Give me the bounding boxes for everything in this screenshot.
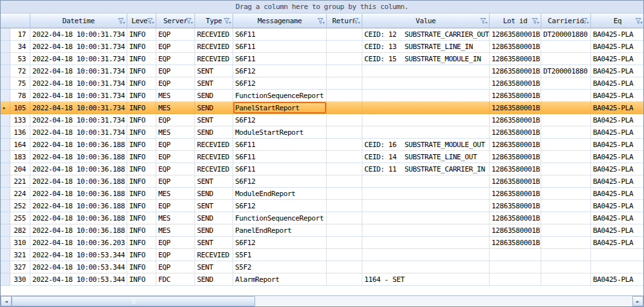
horizontal-scrollbar[interactable]: ◄ ►: [1, 295, 643, 306]
cell-value[interactable]: CEID: 13 SUBSTRATE_LINE_IN: [362, 41, 490, 53]
cell-server[interactable]: EQP: [156, 237, 195, 249]
cell-carrierid[interactable]: [541, 126, 591, 139]
cell-carrierid[interactable]: [541, 237, 591, 249]
cell-level[interactable]: INFO: [127, 114, 156, 126]
cell-id[interactable]: 224: [10, 188, 30, 200]
table-row[interactable]: 2552022-04-18 10:00:36.188INFOMESSENDFun…: [1, 212, 643, 224]
filter-icon[interactable]: [581, 17, 589, 25]
cell-datetime[interactable]: 2022-04-18 10:00:53.344: [30, 273, 127, 286]
cell-server[interactable]: FDC: [156, 273, 195, 286]
table-row[interactable]: 172022-04-18 10:00:31.734INFOEQPRECEVIED…: [1, 28, 643, 41]
scroll-right-button[interactable]: ►: [632, 296, 643, 306]
cell-id[interactable]: 75: [10, 77, 30, 90]
cell-type[interactable]: SENT: [195, 175, 233, 188]
cell-return[interactable]: [327, 102, 362, 114]
cell-server[interactable]: EQP: [156, 28, 195, 41]
cell-datetime[interactable]: 2022-04-18 10:00:31.734: [30, 102, 127, 114]
cell-return[interactable]: [327, 200, 362, 212]
cell-lotid[interactable]: 12863580001B: [490, 41, 541, 53]
cell-messagename[interactable]: S5F1: [233, 249, 327, 261]
column-header-eqpid[interactable]: Eq: [591, 14, 644, 28]
cell-server[interactable]: EQP: [156, 65, 195, 77]
cell-level[interactable]: INFO: [127, 200, 156, 212]
cell-messagename[interactable]: FunctionSequenceReport: [233, 90, 327, 102]
table-row[interactable]: 1362022-04-18 10:00:31.734INFOMESSENDMod…: [1, 126, 643, 139]
cell-value[interactable]: [362, 224, 490, 237]
cell-value[interactable]: CEID: 16 SUBSTRATE_MODULE_OUT: [362, 139, 490, 151]
cell-datetime[interactable]: 2022-04-18 10:00:31.734: [30, 126, 127, 139]
cell-eqpid[interactable]: [591, 249, 644, 261]
cell-messagename[interactable]: S6F12: [233, 175, 327, 188]
cell-server[interactable]: EQP: [156, 41, 195, 53]
cell-id[interactable]: 252: [10, 200, 30, 212]
cell-id[interactable]: 34: [10, 41, 30, 53]
cell-datetime[interactable]: 2022-04-18 10:00:31.734: [30, 90, 127, 102]
cell-eqpid[interactable]: BA0425-PLA: [591, 139, 644, 151]
cell-type[interactable]: RECEVIED: [195, 41, 233, 53]
cell-eqpid[interactable]: BA0425-PLA: [591, 237, 644, 249]
cell-id[interactable]: 136: [10, 126, 30, 139]
cell-messagename[interactable]: S5F2: [233, 261, 327, 273]
table-row[interactable]: 3302022-04-18 10:00:53.344INFOFDCSENDAla…: [1, 273, 643, 286]
cell-lotid[interactable]: [490, 249, 541, 261]
cell-datetime[interactable]: 2022-04-18 10:00:36.188: [30, 163, 127, 175]
cell-datetime[interactable]: 2022-04-18 10:00:36.188: [30, 139, 127, 151]
table-row[interactable]: 3102022-04-18 10:00:36.203INFOEQPSENTS6F…: [1, 237, 643, 249]
cell-level[interactable]: INFO: [127, 151, 156, 163]
table-row[interactable]: ▸1052022-04-18 10:00:31.734INFOMESSENDPa…: [1, 102, 643, 114]
cell-carrierid[interactable]: [541, 200, 591, 212]
cell-type[interactable]: RECEVIED: [195, 249, 233, 261]
cell-return[interactable]: [327, 90, 362, 102]
cell-type[interactable]: SEND: [195, 212, 233, 224]
cell-return[interactable]: [327, 212, 362, 224]
cell-id[interactable]: 78: [10, 90, 30, 102]
cell-id[interactable]: 282: [10, 224, 30, 237]
cell-id[interactable]: 255: [10, 212, 30, 224]
cell-datetime[interactable]: 2022-04-18 10:00:53.344: [30, 261, 127, 273]
cell-id[interactable]: 183: [10, 151, 30, 163]
cell-return[interactable]: [327, 261, 362, 273]
cell-server[interactable]: EQP: [156, 249, 195, 261]
cell-value[interactable]: [362, 188, 490, 200]
cell-carrierid[interactable]: [541, 102, 591, 114]
cell-value[interactable]: [362, 65, 490, 77]
cell-server[interactable]: EQP: [156, 200, 195, 212]
cell-level[interactable]: INFO: [127, 102, 156, 114]
cell-level[interactable]: INFO: [127, 90, 156, 102]
cell-value[interactable]: [362, 200, 490, 212]
cell-carrierid[interactable]: [541, 175, 591, 188]
cell-type[interactable]: SEND: [195, 126, 233, 139]
column-header-id[interactable]: [1, 14, 30, 28]
cell-lotid[interactable]: 12863580001B: [490, 237, 541, 249]
cell-type[interactable]: SEND: [195, 273, 233, 286]
cell-value[interactable]: [362, 114, 490, 126]
cell-level[interactable]: INFO: [127, 237, 156, 249]
cell-type[interactable]: RECEVIED: [195, 28, 233, 41]
cell-carrierid[interactable]: [541, 212, 591, 224]
cell-datetime[interactable]: 2022-04-18 10:00:31.734: [30, 28, 127, 41]
cell-messagename[interactable]: PanelStartReport: [233, 102, 327, 114]
column-header-return[interactable]: Return: [327, 14, 362, 28]
table-row[interactable]: 342022-04-18 10:00:31.734INFOEQPRECEVIED…: [1, 41, 643, 53]
cell-lotid[interactable]: 12863580001B: [490, 163, 541, 175]
cell-level[interactable]: INFO: [127, 77, 156, 90]
cell-level[interactable]: INFO: [127, 273, 156, 286]
column-header-messagename[interactable]: Messagename: [233, 14, 327, 28]
cell-return[interactable]: [327, 237, 362, 249]
group-by-panel[interactable]: Drag a column here to group by this colu…: [1, 1, 643, 14]
cell-carrierid[interactable]: [541, 261, 591, 273]
cell-datetime[interactable]: 2022-04-18 10:00:36.188: [30, 151, 127, 163]
cell-return[interactable]: [327, 77, 362, 90]
cell-carrierid[interactable]: [541, 163, 591, 175]
filter-icon[interactable]: [118, 17, 125, 25]
cell-eqpid[interactable]: BA0425-PLA: [591, 163, 644, 175]
cell-messagename[interactable]: S6F11: [233, 151, 327, 163]
cell-level[interactable]: INFO: [127, 261, 156, 273]
cell-level[interactable]: INFO: [127, 188, 156, 200]
cell-server[interactable]: EQP: [156, 53, 195, 65]
cell-server[interactable]: EQP: [156, 77, 195, 90]
cell-messagename[interactable]: S6F11: [233, 163, 327, 175]
cell-eqpid[interactable]: BA0425-PLA: [591, 126, 644, 139]
filter-icon[interactable]: [147, 17, 154, 25]
cell-server[interactable]: MES: [156, 126, 195, 139]
